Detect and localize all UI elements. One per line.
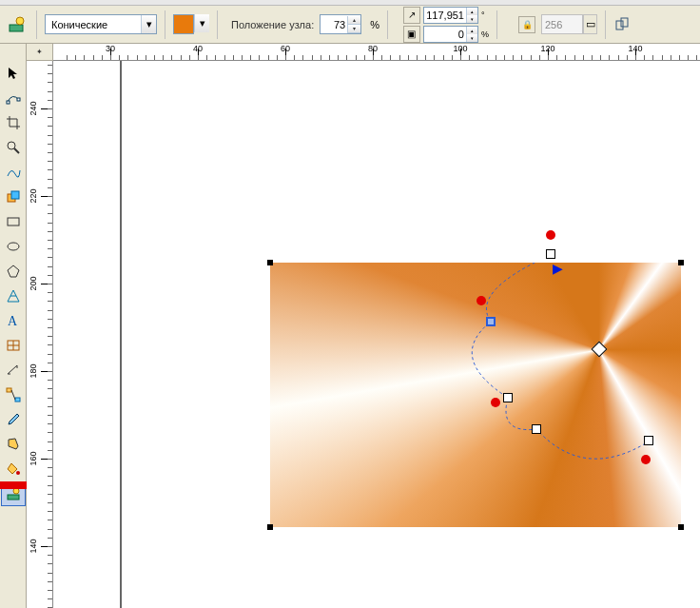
gradient-node[interactable] — [503, 393, 513, 402]
pad-input[interactable] — [424, 29, 466, 40]
toolbox: A — [0, 44, 27, 608]
steps-field — [541, 14, 583, 34]
gradient-type-value: Конические — [46, 19, 141, 30]
dimension-tool-icon[interactable] — [1, 358, 26, 382]
svg-line-17 — [8, 365, 17, 374]
svg-rect-9 — [11, 191, 19, 199]
midpoint-handle[interactable] — [641, 455, 651, 464]
crop-tool-icon[interactable] — [1, 110, 26, 135]
svg-rect-0 — [10, 25, 23, 31]
chevron-down-icon[interactable]: ▾ — [141, 15, 156, 33]
spinner-down-icon[interactable]: ▾ — [347, 25, 360, 33]
steps-toggle-icon[interactable]: ▭ — [583, 14, 597, 34]
pad-spinner[interactable]: ▴ ▾ — [423, 26, 478, 43]
ellipse-tool-icon[interactable] — [1, 234, 26, 259]
angle-input[interactable] — [424, 10, 466, 21]
pad-icon[interactable]: ▣ — [403, 26, 420, 43]
selection-handle[interactable] — [267, 524, 273, 530]
svg-point-11 — [8, 243, 19, 250]
node-position-spinner[interactable]: ▴ ▾ — [320, 14, 361, 34]
svg-rect-21 — [15, 398, 20, 402]
conical-gradient-fill — [270, 263, 681, 527]
svg-line-22 — [11, 390, 15, 400]
horizontal-ruler[interactable]: 30 40 60 80 100 120 140 — [53, 44, 700, 61]
gradient-node-selected[interactable] — [486, 317, 496, 326]
svg-point-1 — [16, 17, 24, 25]
midpoint-handle[interactable] — [546, 230, 555, 240]
cursor-icon: ▶ — [553, 261, 563, 276]
spinner-up-icon[interactable]: ▴ — [347, 16, 360, 25]
fill-tool-icon[interactable] — [1, 457, 26, 481]
divider — [165, 10, 165, 39]
selection-handle[interactable] — [678, 260, 684, 265]
document-area: ✦ 30 40 60 80 100 120 140 240 220 200 18 — [27, 44, 700, 608]
gradient-node[interactable] — [644, 436, 653, 445]
chevron-down-icon[interactable]: ▾ — [194, 14, 209, 32]
svg-rect-10 — [8, 218, 19, 226]
spinner-up-icon[interactable]: ▴ — [466, 8, 477, 15]
degree-label: ° — [481, 10, 485, 20]
outline-tool-icon[interactable] — [1, 432, 26, 457]
svg-rect-3 — [621, 18, 628, 27]
interactive-fill-icon — [6, 13, 29, 36]
ruler-corner[interactable]: ✦ — [27, 44, 53, 61]
canvas[interactable]: ▶ — [53, 61, 700, 608]
gradient-node[interactable] — [546, 249, 555, 259]
gradient-type-combo[interactable]: Конические ▾ — [45, 14, 157, 34]
node-position-label: Положение узла: — [231, 19, 314, 30]
options-bar: Конические ▾ ▾ Положение узла: ▴ ▾ % ↗ ▴… — [0, 6, 700, 44]
midpoint-handle[interactable] — [491, 398, 500, 407]
text-tool-icon[interactable]: A — [1, 308, 26, 333]
zoom-tool-icon[interactable] — [1, 135, 26, 160]
fill-color-swatch[interactable] — [173, 14, 194, 34]
selection-handle[interactable] — [267, 260, 273, 265]
pick-tool-icon[interactable] — [1, 61, 26, 86]
svg-point-23 — [16, 471, 20, 475]
rectangle-tool-icon[interactable] — [1, 209, 26, 234]
svg-rect-24 — [8, 495, 19, 500]
copy-properties-icon[interactable] — [613, 15, 632, 34]
percent-label: % — [481, 29, 489, 39]
steps-input — [542, 19, 571, 30]
eyedropper-tool-icon[interactable] — [1, 407, 26, 432]
spinner-down-icon[interactable]: ▾ — [466, 34, 477, 42]
svg-point-6 — [8, 142, 15, 149]
svg-rect-20 — [7, 388, 11, 392]
shape-tool-icon[interactable] — [1, 86, 26, 110]
divider — [36, 10, 37, 39]
divider — [217, 10, 218, 39]
svg-marker-12 — [8, 265, 19, 277]
angle-spinner[interactable]: ▴ ▾ — [423, 7, 478, 24]
basic-shapes-tool-icon[interactable] — [1, 284, 26, 308]
midpoint-handle[interactable] — [476, 296, 486, 305]
svg-rect-2 — [616, 21, 623, 29]
divider — [387, 10, 388, 39]
freehand-tool-icon[interactable] — [1, 160, 26, 185]
selection-handle[interactable] — [678, 524, 684, 530]
main-area: A ✦ 30 40 60 80 100 120 140 — [0, 44, 700, 608]
divider — [605, 10, 606, 39]
svg-text:A: A — [8, 314, 18, 328]
spinner-down-icon[interactable]: ▾ — [466, 15, 477, 23]
lock-icon[interactable]: 🔒 — [518, 16, 535, 33]
page-boundary — [120, 61, 122, 608]
connector-tool-icon[interactable] — [1, 382, 26, 407]
vertical-ruler[interactable]: 240 220 200 180 160 140 — [27, 61, 53, 608]
divider — [496, 10, 497, 39]
svg-rect-4 — [7, 101, 10, 104]
gradient-node[interactable] — [532, 424, 541, 434]
polygon-tool-icon[interactable] — [1, 259, 26, 284]
svg-rect-5 — [17, 98, 20, 101]
angle-group: ↗ ▴ ▾ ° ▣ ▴ ▾ % — [403, 7, 489, 43]
angle-icon[interactable]: ↗ — [403, 7, 420, 24]
svg-line-7 — [14, 148, 19, 153]
node-position-input[interactable] — [321, 19, 347, 30]
table-tool-icon[interactable] — [1, 333, 26, 358]
smart-fill-tool-icon[interactable] — [1, 185, 26, 209]
selected-object[interactable]: ▶ — [270, 263, 681, 527]
percent-label: % — [370, 19, 379, 30]
spinner-up-icon[interactable]: ▴ — [466, 27, 477, 34]
